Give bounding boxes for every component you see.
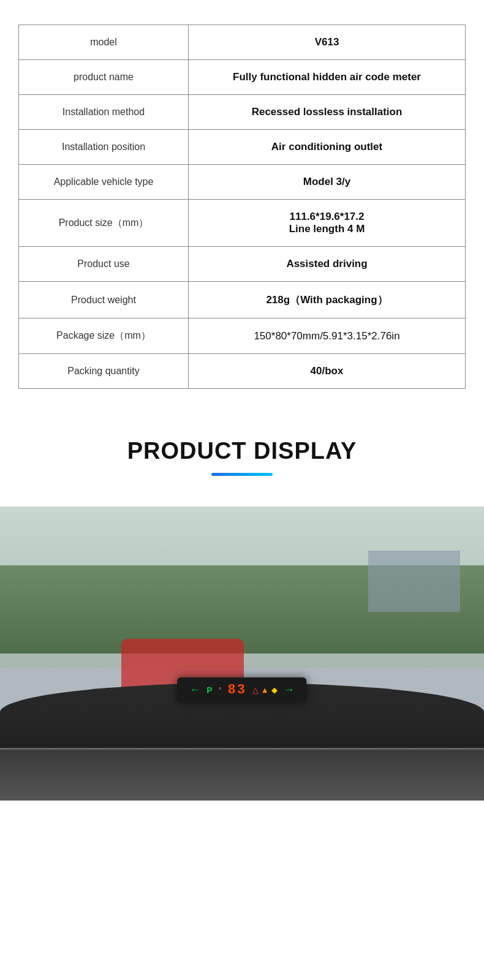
buildings-background bbox=[368, 551, 460, 612]
hud-arrow-right-icon: → bbox=[284, 684, 295, 696]
product-display-title: PRODUCT DISPLAY bbox=[0, 438, 484, 464]
table-row: Product size（mm）111.6*19.6*17.2Line leng… bbox=[19, 200, 466, 247]
table-value-8: 150*80*70mm/5.91*3.15*2.76in bbox=[189, 318, 466, 354]
specs-table-section: modelV613product nameFully functional hi… bbox=[0, 0, 484, 407]
table-label-3: Installation position bbox=[19, 130, 189, 165]
hud-degree: ° bbox=[219, 686, 222, 695]
dashboard-bottom bbox=[0, 748, 484, 801]
table-row: product nameFully functional hidden air … bbox=[19, 60, 466, 95]
table-label-4: Applicable vehicle type bbox=[19, 165, 189, 200]
table-value-7: 218g（With packaging） bbox=[189, 282, 466, 318]
table-label-7: Product weight bbox=[19, 282, 189, 318]
table-label-6: Product use bbox=[19, 247, 189, 282]
hud-p-label: P bbox=[206, 685, 212, 695]
specs-table: modelV613product nameFully functional hi… bbox=[18, 24, 466, 389]
product-display-section: PRODUCT DISPLAY bbox=[0, 407, 484, 507]
product-image-area: ← P ° 83 △ ▲ ◆ → bbox=[0, 507, 484, 801]
hud-icon-diamond: ◆ bbox=[271, 685, 278, 695]
table-row: modelV613 bbox=[19, 25, 466, 60]
table-value-6: Assisted driving bbox=[189, 247, 466, 282]
table-value-1: Fully functional hidden air code meter bbox=[189, 60, 466, 95]
hud-warning-icons: △ ▲ ◆ bbox=[252, 685, 278, 695]
hud-speed-display: 83 bbox=[227, 682, 246, 698]
table-row: Applicable vehicle typeModel 3/y bbox=[19, 165, 466, 200]
table-row: Package size（mm）150*80*70mm/5.91*3.15*2.… bbox=[19, 318, 466, 354]
table-label-5: Product size（mm） bbox=[19, 200, 189, 247]
table-label-9: Packing quantity bbox=[19, 354, 189, 389]
table-value-5: 111.6*19.6*17.2Line length 4 M bbox=[189, 200, 466, 247]
table-label-2: Installation method bbox=[19, 95, 189, 130]
hud-icon-warning: ▲ bbox=[261, 685, 269, 695]
table-value-2: Recessed lossless installation bbox=[189, 95, 466, 130]
hud-icon-triangle: △ bbox=[252, 685, 259, 695]
title-underline-decoration bbox=[211, 473, 273, 476]
table-label-1: product name bbox=[19, 60, 189, 95]
table-row: Packing quantity40/box bbox=[19, 354, 466, 389]
hud-arrow-left-icon: ← bbox=[189, 684, 200, 696]
table-label-8: Package size（mm） bbox=[19, 318, 189, 354]
table-value-0: V613 bbox=[189, 25, 466, 60]
table-value-3: Air conditioning outlet bbox=[189, 130, 466, 165]
table-label-0: model bbox=[19, 25, 189, 60]
table-value-4: Model 3/y bbox=[189, 165, 466, 200]
hud-device: ← P ° 83 △ ▲ ◆ → bbox=[177, 677, 306, 703]
table-value-9: 40/box bbox=[189, 354, 466, 389]
table-row: Product useAssisted driving bbox=[19, 247, 466, 282]
page-wrapper: modelV613product nameFully functional hi… bbox=[0, 0, 484, 801]
table-row: Installation positionAir conditioning ou… bbox=[19, 130, 466, 165]
table-row: Installation methodRecessed lossless ins… bbox=[19, 95, 466, 130]
table-row: Product weight218g（With packaging） bbox=[19, 282, 466, 318]
